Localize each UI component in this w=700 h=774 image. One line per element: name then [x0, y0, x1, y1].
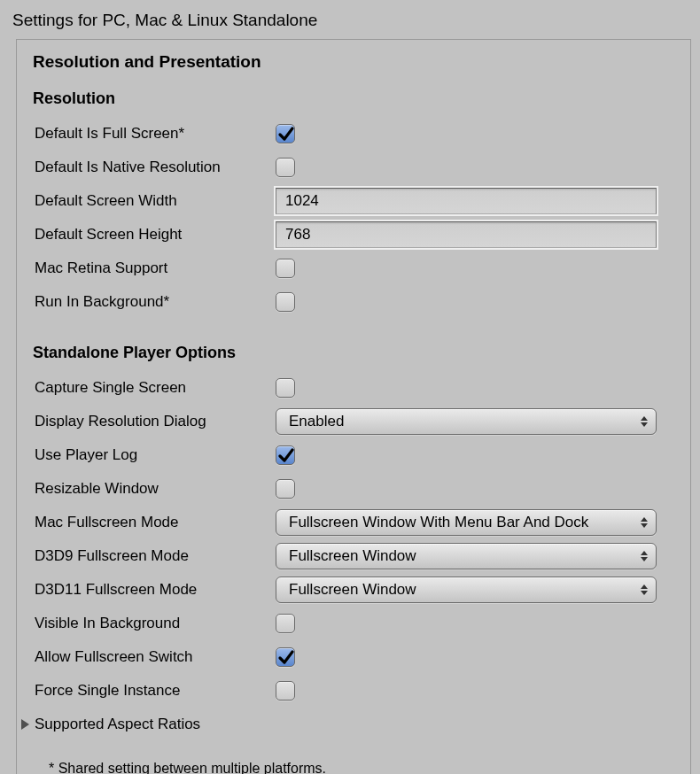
updown-arrows-icon	[641, 416, 648, 427]
d3d11-label: D3D11 Fullscreen Mode	[33, 581, 276, 599]
default-height-label: Default Screen Height	[33, 226, 276, 244]
resizable-window-label: Resizable Window	[33, 480, 276, 498]
default-height-input[interactable]	[276, 221, 657, 248]
svg-marker-3	[641, 523, 648, 528]
display-dialog-value: Enabled	[289, 413, 344, 430]
default-native-checkbox[interactable]	[276, 158, 295, 177]
mac-fullscreen-mode-label: Mac Fullscreen Mode	[33, 514, 276, 531]
force-single-instance-label: Force Single Instance	[33, 682, 276, 700]
allow-fullscreen-switch-checkbox[interactable]	[276, 647, 295, 667]
d3d9-value: Fullscreen Window	[289, 547, 416, 565]
resizable-window-checkbox[interactable]	[276, 479, 295, 499]
default-width-label: Default Screen Width	[33, 192, 276, 210]
panel-title: Settings for PC, Mac & Linux Standalone	[0, 0, 700, 39]
run-in-background-checkbox[interactable]	[276, 292, 295, 312]
run-in-background-label: Run In Background*	[33, 293, 276, 311]
svg-marker-1	[641, 422, 648, 427]
d3d9-dropdown[interactable]: Fullscreen Window	[276, 543, 657, 569]
allow-fullscreen-switch-label: Allow Fullscreen Switch	[33, 648, 276, 666]
resolution-heading: Resolution	[33, 89, 681, 108]
use-player-log-label: Use Player Log	[33, 446, 276, 464]
display-dialog-dropdown[interactable]: Enabled	[276, 408, 657, 435]
foldout-arrow-icon	[19, 719, 33, 730]
player-options-heading: Standalone Player Options	[33, 344, 681, 362]
svg-marker-6	[641, 584, 648, 589]
d3d9-label: D3D9 Fullscreen Mode	[33, 547, 276, 565]
settings-panel: Resolution and Presentation Resolution D…	[16, 39, 691, 774]
d3d11-value: Fullscreen Window	[289, 581, 416, 599]
aspect-ratios-foldout[interactable]: Supported Aspect Ratios	[19, 709, 681, 739]
updown-arrows-icon	[641, 584, 648, 595]
use-player-log-checkbox[interactable]	[276, 445, 295, 465]
svg-marker-5	[641, 557, 648, 561]
visible-in-background-checkbox[interactable]	[276, 614, 295, 633]
default-fullscreen-label: Default Is Full Screen*	[33, 125, 276, 143]
section-header: Resolution and Presentation	[33, 52, 681, 72]
svg-marker-4	[641, 551, 648, 555]
svg-marker-0	[641, 416, 648, 421]
capture-single-label: Capture Single Screen	[33, 379, 276, 397]
svg-marker-2	[641, 517, 648, 522]
capture-single-checkbox[interactable]	[276, 378, 295, 398]
svg-marker-8	[21, 719, 29, 730]
svg-marker-7	[641, 591, 648, 595]
default-width-input[interactable]	[276, 188, 657, 214]
updown-arrows-icon	[641, 517, 648, 528]
footnote: * Shared setting between multiple platfo…	[33, 761, 681, 774]
mac-fullscreen-mode-dropdown[interactable]: Fullscreen Window With Menu Bar And Dock	[276, 509, 657, 536]
mac-retina-checkbox[interactable]	[276, 259, 295, 278]
visible-in-background-label: Visible In Background	[33, 615, 276, 632]
force-single-instance-checkbox[interactable]	[276, 681, 295, 700]
mac-fullscreen-mode-value: Fullscreen Window With Menu Bar And Dock	[289, 514, 588, 531]
default-fullscreen-checkbox[interactable]	[276, 124, 295, 143]
updown-arrows-icon	[641, 551, 648, 561]
aspect-ratios-label: Supported Aspect Ratios	[33, 716, 200, 733]
display-dialog-label: Display Resolution Dialog	[33, 413, 276, 430]
mac-retina-label: Mac Retina Support	[33, 259, 276, 277]
default-native-label: Default Is Native Resolution	[33, 159, 276, 176]
d3d11-dropdown[interactable]: Fullscreen Window	[276, 577, 657, 603]
